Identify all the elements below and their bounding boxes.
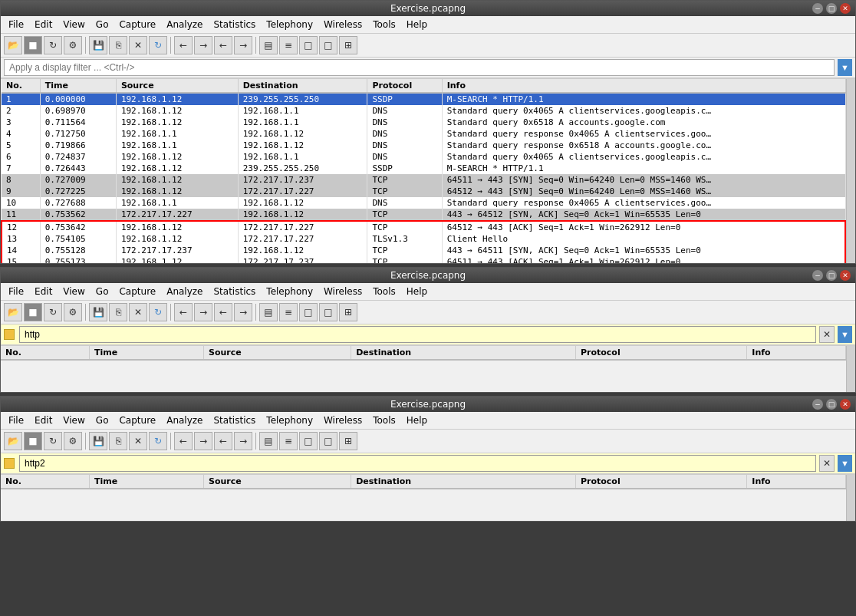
toolbar-refresh-3[interactable]: ↻ [149, 432, 167, 450]
toolbar-list-1[interactable]: ≡ [279, 36, 298, 54]
menu-capture-1[interactable]: Capture [114, 18, 160, 31]
close-btn-1[interactable]: ✕ [840, 3, 851, 14]
scrollbar-1[interactable] [846, 79, 855, 263]
menu-tools-2[interactable]: Tools [368, 285, 400, 298]
toolbar-list-2[interactable]: ≡ [279, 303, 298, 321]
toolbar-settings-2[interactable]: ⚙ [64, 303, 82, 321]
menu-capture-3[interactable]: Capture [114, 413, 160, 427]
menu-file-2[interactable]: File [4, 285, 28, 298]
table-row[interactable]: 10.000000192.168.1.12239.255.255.250SSDP… [2, 93, 845, 105]
packet-table-container-3[interactable]: No. Time Source Destination Protocol Inf… [1, 475, 846, 521]
toolbar-refresh-1[interactable]: ↻ [149, 36, 167, 54]
toolbar-settings-1[interactable]: ⚙ [64, 36, 82, 54]
toolbar-reload-1[interactable]: ↻ [44, 36, 62, 54]
menu-wireless-3[interactable]: Wireless [319, 413, 367, 427]
menu-statistics-1[interactable]: Statistics [209, 18, 260, 31]
toolbar-fwd2-1[interactable]: → [234, 36, 252, 54]
toolbar-open-2[interactable]: 📂 [4, 303, 22, 321]
filter-dropdown-2[interactable]: ▼ [838, 326, 852, 343]
menu-go-1[interactable]: Go [91, 18, 114, 31]
minimize-btn-2[interactable]: − [812, 270, 823, 281]
menu-edit-3[interactable]: Edit [30, 413, 57, 427]
filter-clear-2[interactable]: ✕ [819, 326, 835, 343]
minimize-btn-3[interactable]: − [812, 399, 823, 410]
table-row[interactable]: 70.726443192.168.1.12239.255.255.250SSDP… [2, 163, 845, 174]
toolbar-sq3[interactable]: □ [299, 303, 318, 321]
toolbar-columns-1[interactable]: ⊞ [339, 36, 357, 54]
filter-dropdown-1[interactable]: ▼ [838, 59, 852, 76]
toolbar-sq5[interactable]: □ [299, 432, 318, 450]
menu-statistics-3[interactable]: Statistics [209, 413, 260, 427]
maximize-btn-3[interactable]: □ [826, 399, 837, 410]
toolbar-columns-3[interactable]: ⊞ [339, 432, 357, 450]
menu-telephony-2[interactable]: Telephony [262, 285, 318, 298]
toolbar-copy-1[interactable]: ⎘ [109, 36, 127, 54]
menu-file-1[interactable]: File [4, 18, 28, 31]
menu-view-1[interactable]: View [58, 18, 89, 31]
packet-table-container-1[interactable]: No. Time Source Destination Protocol Inf… [1, 79, 846, 263]
menu-file-3[interactable]: File [4, 413, 28, 427]
table-row[interactable]: 100.727688192.168.1.1192.168.1.12DNSStan… [2, 197, 845, 209]
toolbar-delete-1[interactable]: ✕ [129, 36, 147, 54]
toolbar-fwd2-3[interactable]: → [234, 432, 252, 450]
table-row[interactable]: 140.755128172.217.17.237192.168.1.12TCP4… [2, 245, 845, 256]
toolbar-stop-3[interactable]: ■ [24, 432, 42, 450]
filter-input-3[interactable] [19, 455, 816, 472]
toolbar-display-2[interactable]: ▤ [259, 303, 278, 321]
menu-capture-2[interactable]: Capture [114, 285, 160, 298]
scrollbar-2[interactable] [846, 346, 855, 392]
maximize-btn-1[interactable]: □ [826, 3, 837, 14]
toolbar-fwd2-2[interactable]: → [234, 303, 252, 321]
toolbar-reload-2[interactable]: ↻ [44, 303, 62, 321]
toolbar-sq6[interactable]: □ [319, 432, 337, 450]
toolbar-fwd-1[interactable]: → [194, 36, 212, 54]
toolbar-stop-1[interactable]: ■ [24, 36, 42, 54]
toolbar-sq4[interactable]: □ [319, 303, 337, 321]
toolbar-fwd-3[interactable]: → [194, 432, 212, 450]
toolbar-back2-3[interactable]: ← [214, 432, 232, 450]
toolbar-sq2[interactable]: □ [319, 36, 337, 54]
toolbar-open-1[interactable]: 📂 [4, 36, 22, 54]
menu-help-3[interactable]: Help [402, 413, 432, 427]
toolbar-display-3[interactable]: ▤ [259, 432, 278, 450]
toolbar-columns-2[interactable]: ⊞ [339, 303, 357, 321]
menu-view-2[interactable]: View [58, 285, 89, 298]
toolbar-save-3[interactable]: 💾 [89, 432, 107, 450]
filter-clear-3[interactable]: ✕ [819, 455, 835, 472]
menu-wireless-2[interactable]: Wireless [319, 285, 367, 298]
menu-go-3[interactable]: Go [91, 413, 114, 427]
toolbar-back-2[interactable]: ← [174, 303, 193, 321]
menu-edit-2[interactable]: Edit [30, 285, 57, 298]
toolbar-display-1[interactable]: ▤ [259, 36, 278, 54]
toolbar-list-3[interactable]: ≡ [279, 432, 298, 450]
table-row[interactable]: 130.754105192.168.1.12172.217.17.227TLSv… [2, 233, 845, 245]
menu-help-2[interactable]: Help [402, 285, 432, 298]
packet-table-container-2[interactable]: No. Time Source Destination Protocol Inf… [1, 346, 846, 392]
table-row[interactable]: 150.755173192.168.1.12172.217.17.237TCP6… [2, 256, 845, 263]
close-btn-3[interactable]: ✕ [840, 399, 851, 410]
toolbar-refresh-2[interactable]: ↻ [149, 303, 167, 321]
filter-input-1[interactable] [4, 59, 835, 76]
toolbar-delete-2[interactable]: ✕ [129, 303, 147, 321]
table-row[interactable]: 120.753642192.168.1.12172.217.17.227TCP6… [2, 221, 845, 233]
toolbar-save-1[interactable]: 💾 [89, 36, 107, 54]
table-row[interactable]: 80.727009192.168.1.12172.217.17.237TCP64… [2, 174, 845, 186]
toolbar-back-1[interactable]: ← [174, 36, 193, 54]
filter-dropdown-3[interactable]: ▼ [838, 455, 852, 472]
menu-telephony-1[interactable]: Telephony [262, 18, 318, 31]
table-row[interactable]: 110.753562172.217.17.227192.168.1.12TCP4… [2, 209, 845, 221]
toolbar-delete-3[interactable]: ✕ [129, 432, 147, 450]
close-btn-2[interactable]: ✕ [840, 270, 851, 281]
minimize-btn-1[interactable]: − [812, 3, 823, 14]
menu-view-3[interactable]: View [58, 413, 89, 427]
menu-edit-1[interactable]: Edit [30, 18, 57, 31]
toolbar-fwd-2[interactable]: → [194, 303, 212, 321]
table-row[interactable]: 40.712750192.168.1.1192.168.1.12DNSStand… [2, 128, 845, 140]
toolbar-save-2[interactable]: 💾 [89, 303, 107, 321]
maximize-btn-2[interactable]: □ [826, 270, 837, 281]
menu-analyze-3[interactable]: Analyze [162, 413, 207, 427]
toolbar-back2-2[interactable]: ← [214, 303, 232, 321]
menu-statistics-2[interactable]: Statistics [209, 285, 260, 298]
toolbar-back-3[interactable]: ← [174, 432, 193, 450]
toolbar-back2-1[interactable]: ← [214, 36, 232, 54]
